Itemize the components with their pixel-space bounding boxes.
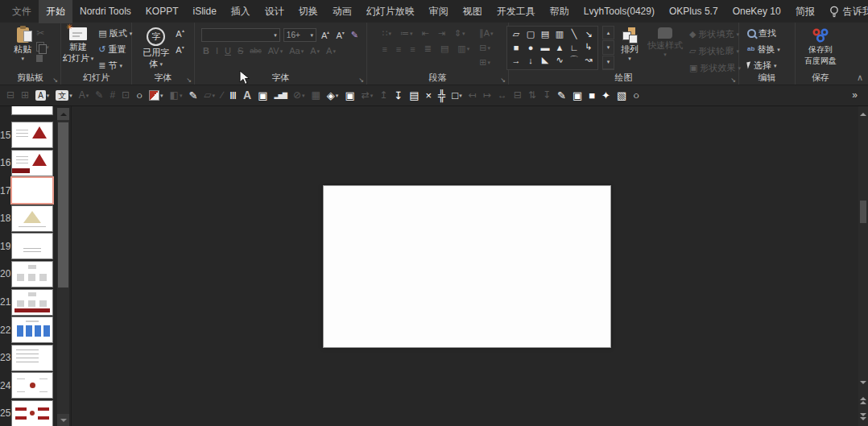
canvas-scroll-down-button[interactable] [858,377,868,387]
slide-thumbnail-20[interactable] [11,261,53,287]
font-dialog-launcher[interactable] [358,77,364,84]
change-case-button[interactable]: Aa [287,45,305,56]
panel-scroll-up-button[interactable] [57,108,69,120]
menu-item-5[interactable]: 插入 [224,0,258,23]
used-font-dialog-launcher[interactable] [186,77,192,84]
pen-icon[interactable]: ∕ [219,88,225,102]
magic-lamp-icon[interactable]: ✦ [599,88,613,103]
menu-item-3[interactable]: KOPPT [138,1,186,22]
menu-item-17[interactable]: 简报 [788,0,822,23]
section-button[interactable]: ≣节 [98,60,132,72]
slide-thumbnail-25[interactable] [11,400,53,426]
rotate-3d-icon[interactable]: ⇄ [359,88,376,102]
strikethrough-button[interactable]: S [236,45,245,56]
edit-points-icon[interactable]: # [107,88,118,102]
decrease-indent-button[interactable]: ⇤ [420,27,430,39]
panel-scroll-down-button[interactable] [57,414,69,426]
paragraph-dialog-launcher[interactable] [500,77,506,84]
bullets-button[interactable]: ∷ [380,27,393,39]
slide-thumbnail-23[interactable] [11,345,53,371]
circle-tool-icon[interactable]: ○ [630,88,642,103]
menu-item-1[interactable]: 开始 [39,0,72,23]
menu-item-2[interactable]: Nordri Tools [72,1,138,22]
columns-button[interactable]: ▥ [456,43,471,55]
menu-item-13[interactable]: 帮助 [543,0,577,23]
select-button[interactable]: 选择 [747,60,777,72]
slide-thumbnail-18[interactable] [11,205,53,232]
shape-cell-0-5[interactable]: ↘ [582,28,595,40]
slide-thumbnail-15[interactable] [11,122,53,148]
toolbar-overflow-button[interactable]: » [845,89,864,101]
character-spacing-button[interactable]: AV [267,45,284,56]
slide-thumbnail-22[interactable] [11,316,53,343]
align-left-disabled-icon[interactable]: ↤ [466,88,479,102]
gallery-scroll-up-button[interactable]: ▴ [602,26,614,39]
shape-cell-0-2[interactable]: ▤ [539,28,552,40]
fill-color-icon[interactable]: ◧ [167,88,185,102]
vertical-text-box-icon[interactable]: 文 [53,89,75,102]
slide-thumbnail-21[interactable] [11,289,53,316]
delete-slide-icon[interactable]: × [424,88,435,103]
shape-cell-2-0[interactable]: → [510,54,523,66]
quick-styles-button[interactable]: 快速样式 [645,26,685,70]
menu-item-14[interactable]: LvyhTools(0429) [577,1,662,22]
shape-cell-2-4[interactable]: ⌒ [568,54,581,66]
shape-cell-0-0[interactable]: ▱ [510,28,523,40]
shape-cell-2-3[interactable]: ∿ [553,54,566,66]
format-painter-button[interactable] [36,55,49,62]
copy-button[interactable] [36,42,49,52]
save-to-baidu-button[interactable]: 保存到 百度网盘 [802,26,839,70]
slide-thumbnail-24[interactable] [11,372,53,399]
font-size-combobox[interactable]: 16+ [283,28,316,42]
arrange-button[interactable]: 排列 [618,26,641,70]
canvas-scrollbar[interactable] [858,106,868,426]
shape-cell-1-5[interactable]: ↳ [582,41,595,53]
shape-fill-button[interactable]: ◆形状填充 [689,28,741,40]
shape-cell-0-1[interactable]: ▢ [524,28,537,40]
replace-button[interactable]: ab替换 [747,43,780,56]
menu-item-11[interactable]: 视图 [456,0,490,23]
swap-order-disabled-icon[interactable]: ⇅ [526,88,539,102]
increase-indent-button[interactable]: ⇥ [436,27,447,39]
merge-shapes-icon[interactable]: ◈ [324,88,341,103]
font-color-button[interactable]: A [324,45,337,56]
shape-outline-button[interactable]: ▱形状轮廓 [689,45,741,57]
shape-cell-1-0[interactable]: ■ [510,41,523,53]
shrink-font-button[interactable]: A [334,31,345,40]
shape-cell-1-4[interactable]: ∟ [568,41,581,53]
slide-thumbnail-19[interactable] [11,233,53,259]
align-objects-icon[interactable]: ⊟ [4,88,17,102]
clipboard-dialog-launcher[interactable] [52,77,58,84]
panel-scrollbar-thumb[interactable] [58,122,68,287]
gallery-scroll-down-button[interactable]: ▾ [602,40,614,54]
eyedropper-icon[interactable]: ✎ [186,88,200,103]
menu-item-8[interactable]: 动画 [325,0,359,23]
text-direction-button[interactable]: ∥A [477,27,494,39]
smartart-convert-button[interactable]: ⊞ [477,56,494,68]
print-disabled-icon[interactable]: ⊟ [511,88,524,102]
combine-shapes-icon[interactable]: ⊘ [291,88,308,102]
slide-17-canvas[interactable] [323,185,611,348]
chart-icon[interactable]: ▂▅▇ [271,90,288,101]
cut-button[interactable]: ✂ [36,27,49,39]
shape-cell-1-3[interactable]: ▲ [553,41,566,53]
drawing-dialog-launcher[interactable] [730,77,736,84]
selection-frame-icon[interactable]: ▣ [570,88,585,103]
shape-cell-2-1[interactable]: ↓ [524,54,537,66]
justify-button[interactable]: ≣ [423,43,433,55]
previous-slide-button[interactable] [858,394,868,407]
layout-button[interactable]: ▤版式 [98,27,132,39]
clear-formatting-button[interactable]: ✎ [349,29,360,41]
new-slide-button[interactable]: 新建 幻灯片 [60,26,97,70]
used-font-button[interactable]: 字 已用字 体 [140,26,172,70]
white-square-icon[interactable]: ■ [586,88,597,103]
increase-font-size-button[interactable]: A [174,29,185,39]
text-effects-button[interactable]: abc [248,46,263,56]
menu-item-6[interactable]: 设计 [258,0,291,23]
bring-forward-icon[interactable]: ↥ [377,88,390,102]
menu-item-10[interactable]: 审阅 [422,0,456,23]
gallery-more-button[interactable]: ▾ [602,56,614,70]
shape-cell-0-3[interactable]: ▥ [553,28,566,40]
columns-icon[interactable]: Ⅲ [227,88,239,103]
find-button[interactable]: 查找 [747,27,776,39]
